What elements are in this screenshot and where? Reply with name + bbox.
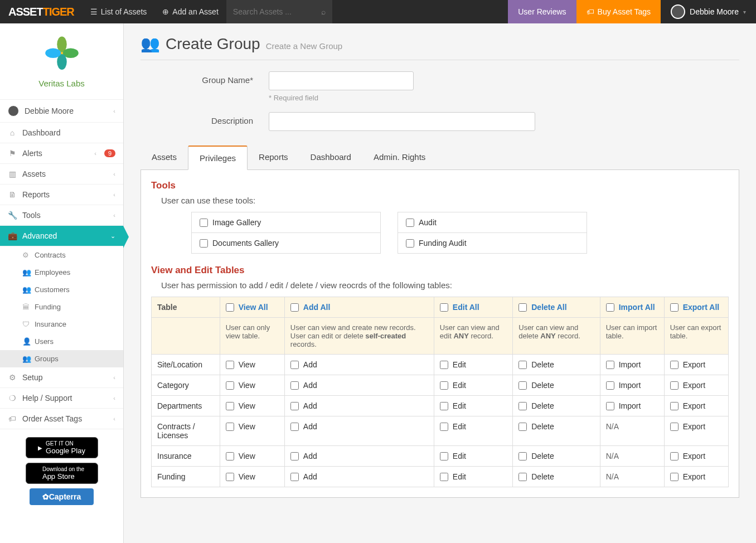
sidebar-sub-contracts[interactable]: ⚙Contracts [0, 246, 123, 264]
checkbox-import-all[interactable] [606, 303, 614, 312]
sidebar-alerts[interactable]: ⚑Alerts‹9 [0, 143, 123, 164]
user-reviews-button[interactable]: User Reviews [508, 0, 576, 23]
users-icon: 👥 [22, 268, 30, 277]
tab-assets[interactable]: Assets [140, 146, 188, 169]
checkbox-edit[interactable] [440, 361, 448, 369]
checkbox-view[interactable] [226, 381, 234, 390]
checkbox-funding-audit[interactable] [406, 239, 414, 248]
tools-col-right: Audit Funding Audit [398, 212, 587, 254]
checkbox-export[interactable] [670, 473, 679, 481]
tools-subtitle: User can use these tools: [151, 196, 729, 205]
brand-logo[interactable]: ASSETTIGER [0, 6, 83, 18]
tool-documents-gallery[interactable]: Documents Gallery [192, 232, 380, 253]
checkbox-view[interactable] [226, 452, 234, 460]
sidebar-advanced[interactable]: 💼Advanced⌄ [0, 226, 123, 246]
checkbox-view-all[interactable] [226, 303, 234, 312]
sidebar-sub-funding[interactable]: 🏛Funding [0, 298, 123, 316]
checkbox-export[interactable] [670, 402, 679, 410]
checkbox-edit[interactable] [440, 402, 448, 410]
th-edit: Edit All [434, 297, 512, 318]
cell-view: View [220, 355, 284, 375]
brand-asset: ASSET [8, 6, 43, 18]
sidebar-order-tags[interactable]: 🏷Order Asset Tags‹ [0, 409, 123, 429]
checkbox-import[interactable] [606, 402, 614, 410]
tab-reports[interactable]: Reports [248, 146, 299, 169]
checkbox-export[interactable] [670, 361, 679, 369]
sidebar-user[interactable]: Debbie Moore ‹ [0, 100, 123, 123]
checkbox-delete[interactable] [518, 381, 527, 390]
table-row: Site/LocationViewAddEditDeleteImportExpo… [152, 355, 729, 375]
nav-list-assets[interactable]: ☰ List of Assets [83, 0, 154, 23]
checkbox-edit[interactable] [440, 473, 448, 481]
sidebar-help-label: Help / Support [22, 394, 72, 403]
checkbox-view[interactable] [226, 361, 234, 369]
sidebar-sub-customers[interactable]: 👥Customers [0, 281, 123, 298]
search-icon[interactable]: ⌕ [321, 7, 326, 16]
search-wrap[interactable]: ⌕ [226, 0, 332, 23]
sidebar-dashboard[interactable]: ⌂Dashboard [0, 123, 123, 143]
search-input[interactable] [233, 7, 317, 16]
sidebar-setup[interactable]: ⚙Setup‹ [0, 367, 123, 388]
checkbox-import[interactable] [606, 381, 614, 390]
tab-dashboard[interactable]: Dashboard [299, 146, 362, 169]
user-menu[interactable]: Debbie Moore ▾ [661, 4, 756, 19]
users-icon: 👥 [22, 285, 30, 294]
checkbox-add-all[interactable] [290, 303, 299, 312]
checkbox-edit[interactable] [440, 381, 448, 390]
tool-audit[interactable]: Audit [398, 212, 587, 232]
checkbox-view[interactable] [226, 402, 234, 410]
cell-label: Edit [453, 452, 466, 460]
group-name-input[interactable] [269, 71, 414, 90]
checkbox-edit[interactable] [440, 452, 448, 460]
checkbox-export-all[interactable] [670, 303, 679, 312]
checkbox-edit[interactable] [440, 423, 448, 431]
checkbox-view[interactable] [226, 423, 234, 431]
checkbox-export[interactable] [670, 452, 679, 460]
sidebar-sub-groups[interactable]: 👥Groups [0, 350, 123, 367]
tab-privileges[interactable]: Privileges [188, 146, 248, 170]
sidebar-sub-insurance[interactable]: 🛡Insurance [0, 316, 123, 333]
checkbox-delete-all[interactable] [518, 303, 527, 312]
sidebar-assets[interactable]: ▥Assets‹ [0, 164, 123, 185]
checkbox-add[interactable] [290, 452, 299, 460]
checkbox-edit-all[interactable] [440, 303, 448, 312]
sidebar-help[interactable]: ❍Help / Support‹ [0, 388, 123, 409]
checkbox-add[interactable] [290, 402, 299, 410]
sidebar-reports[interactable]: 🗎Reports‹ [0, 185, 123, 205]
tool-funding-audit[interactable]: Funding Audit [398, 232, 587, 253]
th-view: View All [220, 297, 284, 318]
cell-edit: Edit [434, 467, 512, 487]
tab-admin[interactable]: Admin. Rights [362, 146, 437, 169]
checkbox-delete[interactable] [518, 361, 527, 369]
tool-image-gallery[interactable]: Image Gallery [192, 212, 380, 232]
checkbox-add[interactable] [290, 423, 299, 431]
checkbox-delete[interactable] [518, 452, 527, 460]
description-input[interactable] [269, 112, 535, 131]
checkbox-delete[interactable] [518, 423, 527, 431]
app-store-button[interactable]: Download on theApp Store [26, 463, 98, 484]
checkbox-add[interactable] [290, 361, 299, 369]
sidebar-sub-employees[interactable]: 👥Employees [0, 264, 123, 281]
tool-label: Audit [419, 218, 437, 227]
cell-edit: Edit [434, 375, 512, 396]
nav-add-asset[interactable]: ⊕ Add an Asset [154, 0, 226, 23]
checkbox-export[interactable] [670, 423, 679, 431]
checkbox-documents-gallery[interactable] [200, 239, 208, 248]
desc-import: User can import table. [600, 318, 664, 355]
capterra-button[interactable]: ✿ Capterra [30, 488, 94, 505]
checkbox-audit[interactable] [406, 219, 414, 227]
checkbox-import[interactable] [606, 361, 614, 369]
buy-tags-button[interactable]: 🏷 Buy Asset Tags [576, 0, 661, 23]
checkbox-delete[interactable] [518, 473, 527, 481]
checkbox-image-gallery[interactable] [200, 219, 208, 227]
sidebar-tools[interactable]: 🔧Tools‹ [0, 205, 123, 226]
checkbox-export[interactable] [670, 381, 679, 390]
checkbox-add[interactable] [290, 473, 299, 481]
google-play-button[interactable]: ▶GET IT ONGoogle Play [26, 437, 98, 458]
checkbox-delete[interactable] [518, 402, 527, 410]
as-line1: Download on the [42, 466, 84, 472]
sidebar-sub-users[interactable]: 👤Users [0, 333, 123, 350]
play-icon: ▶ [38, 445, 42, 451]
checkbox-add[interactable] [290, 381, 299, 390]
checkbox-view[interactable] [226, 473, 234, 481]
